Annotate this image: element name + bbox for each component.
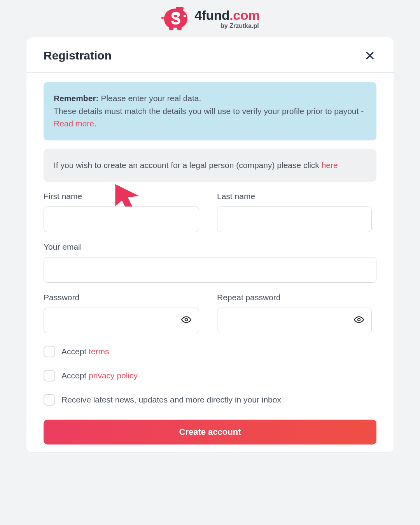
svg-point-10 <box>358 318 360 321</box>
password-input[interactable] <box>44 308 199 333</box>
close-button[interactable] <box>363 49 376 62</box>
repeat-password-label: Repeat password <box>217 293 372 302</box>
create-account-button[interactable]: Create account <box>44 420 376 444</box>
company-register-link[interactable]: here <box>322 161 338 170</box>
password-label: Password <box>44 293 199 302</box>
accept-privacy-label: Accept privacy policy <box>61 371 138 380</box>
repeat-password-input[interactable] <box>217 308 372 333</box>
first-name-label: First name <box>44 192 199 201</box>
accept-terms-checkbox[interactable] <box>44 346 55 357</box>
email-input[interactable] <box>44 257 376 283</box>
accept-privacy-checkbox[interactable] <box>44 370 55 382</box>
privacy-policy-link[interactable]: privacy policy <box>89 371 138 380</box>
last-name-label: Last name <box>217 192 372 201</box>
newsletter-label: Receive latest news, updates and more di… <box>61 395 281 404</box>
first-name-input[interactable] <box>44 206 199 232</box>
modal-title: Registration <box>44 49 112 62</box>
site-logo: S S 4fund.com by Zrzutka.pl <box>0 7 420 30</box>
toggle-repeat-password-visibility-icon[interactable] <box>354 315 364 326</box>
svg-text:S: S <box>171 10 181 27</box>
terms-link[interactable]: terms <box>89 347 109 356</box>
registration-modal: Registration Remember: Please enter your… <box>26 37 394 452</box>
svg-point-9 <box>185 318 188 321</box>
info-alert-company: If you wish to create an account for a l… <box>44 149 376 182</box>
accept-terms-label: Accept terms <box>61 347 109 356</box>
logo-subtext: by Zrzutka.pl <box>220 23 260 29</box>
svg-point-5 <box>184 15 186 17</box>
pig-icon: S S <box>160 7 191 30</box>
svg-rect-2 <box>161 18 165 18</box>
logo-text: 4fund.com <box>194 9 259 22</box>
newsletter-checkbox[interactable] <box>44 394 55 406</box>
last-name-input[interactable] <box>217 206 372 232</box>
toggle-password-visibility-icon[interactable] <box>181 315 191 326</box>
read-more-link[interactable]: Read more <box>54 119 94 128</box>
email-label: Your email <box>44 242 376 252</box>
info-alert-remember: Remember: Please enter your real data. T… <box>44 82 376 140</box>
